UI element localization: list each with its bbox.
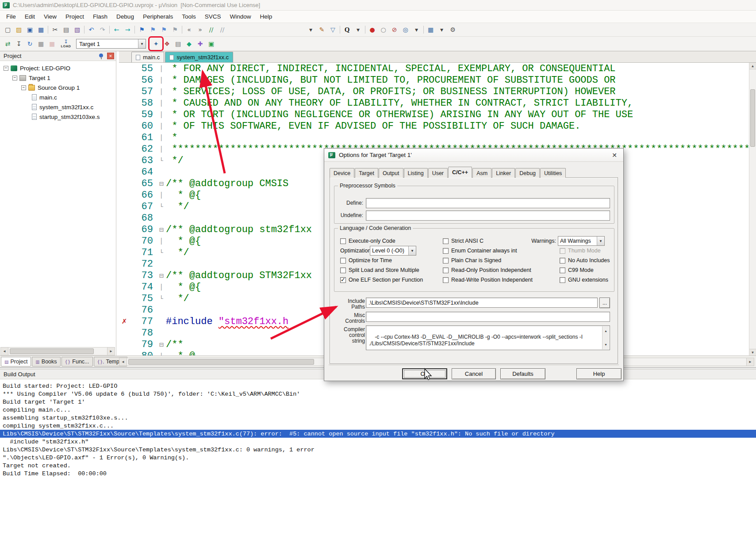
rebuild-all-icon[interactable]: ↻ bbox=[24, 38, 35, 49]
find-dropdown-arrow-icon[interactable]: ▾ bbox=[353, 24, 364, 35]
tab-listing[interactable]: Listing bbox=[404, 168, 428, 178]
annotate-icon[interactable]: ✎ bbox=[316, 24, 327, 35]
scrollbar-thumb[interactable] bbox=[10, 348, 94, 354]
file-main-c[interactable]: main.c bbox=[0, 92, 116, 102]
bookmark-clear-icon[interactable]: ⚑ bbox=[169, 24, 180, 35]
breakpoint-dropdown-arrow-icon[interactable]: ▾ bbox=[411, 24, 422, 35]
collapse-icon[interactable] bbox=[12, 76, 17, 80]
project-panel-hscrollbar[interactable]: ◄ ► bbox=[0, 347, 115, 355]
tab-user[interactable]: User bbox=[428, 168, 448, 178]
collapse-icon[interactable] bbox=[4, 66, 8, 71]
checkbox-one-elf-section[interactable]: One ELF Section per Function bbox=[340, 275, 441, 285]
nav-back-icon[interactable]: ← bbox=[111, 24, 122, 35]
tab-debug[interactable]: Debug bbox=[515, 168, 540, 178]
fold-marker-icon[interactable]: │ bbox=[157, 123, 166, 130]
build-output-line[interactable]: Libs\CMSIS\Device\ST\STM32F1xx\Source\Te… bbox=[0, 446, 756, 454]
paste-icon[interactable]: ▧ bbox=[72, 24, 83, 35]
comment-icon[interactable]: // bbox=[206, 24, 217, 35]
toolbar-icon[interactable] bbox=[84, 26, 84, 34]
compiler-string-scrollbar[interactable]: ▲▼ bbox=[602, 326, 609, 349]
translate-file-icon[interactable]: ⇄ bbox=[2, 38, 13, 49]
copy-icon[interactable]: ▤ bbox=[61, 24, 72, 35]
cut-icon[interactable]: ✂ bbox=[50, 24, 61, 35]
scroll-down-icon[interactable]: ▼ bbox=[604, 341, 607, 348]
books-window-icon[interactable]: ▤ bbox=[173, 38, 184, 49]
options-for-target-icon[interactable]: ✦ bbox=[150, 38, 161, 49]
fold-marker-icon[interactable]: │ bbox=[157, 111, 166, 118]
toolbar-icon[interactable] bbox=[423, 26, 424, 34]
tab-output[interactable]: Output bbox=[379, 168, 403, 178]
tab-linker[interactable]: Linker bbox=[492, 168, 515, 178]
stop-build-icon[interactable]: ■ bbox=[46, 38, 58, 49]
editor-tab-system-stm32f1xx-c[interactable]: system_stm32f1xx.c bbox=[165, 52, 233, 62]
menu-edit[interactable]: Edit bbox=[20, 11, 39, 22]
scrollbar-thumb[interactable] bbox=[128, 359, 314, 365]
checkbox-thumb-mode[interactable]: Thumb Mode bbox=[560, 246, 610, 256]
config-wrench-icon[interactable]: ⚙ bbox=[447, 24, 458, 35]
include-paths-input[interactable] bbox=[366, 298, 598, 308]
menu-file[interactable]: File bbox=[2, 11, 20, 22]
tree-source-group[interactable]: Source Group 1 bbox=[0, 83, 116, 92]
include-paths-browse-button[interactable]: ... bbox=[599, 298, 610, 308]
windows-icon[interactable]: ▦ bbox=[425, 24, 436, 35]
fold-marker-icon[interactable]: └ bbox=[157, 203, 166, 210]
fold-marker-icon[interactable]: ⊟ bbox=[157, 341, 166, 348]
tab-device[interactable]: Device bbox=[330, 168, 354, 178]
scroll-up-icon[interactable]: ▲ bbox=[604, 328, 607, 334]
fold-marker-icon[interactable]: │ bbox=[157, 88, 166, 95]
ok-button[interactable]: OK bbox=[402, 368, 447, 379]
window-layout-dropdown-icon[interactable]: ▾ bbox=[305, 24, 316, 35]
fold-marker-icon[interactable]: ⊟ bbox=[157, 272, 166, 279]
pin-icon[interactable] bbox=[98, 53, 104, 59]
help-button[interactable]: Help bbox=[576, 368, 622, 379]
find-in-files-icon[interactable]: Q bbox=[342, 24, 353, 35]
pack-installer-icon[interactable]: ▣ bbox=[206, 38, 217, 49]
file-startup-stm32f103xe-s[interactable]: startup_stm32f103xe.s bbox=[0, 112, 116, 122]
build-output-line[interactable]: ".\Objects\LED-GPIO.axf" - 1 Error(s), 0… bbox=[0, 454, 756, 462]
panel-tab-books[interactable]: ▥ Books bbox=[32, 357, 60, 367]
fold-marker-icon[interactable]: └ bbox=[157, 157, 166, 164]
indent-right-icon[interactable]: » bbox=[195, 24, 206, 35]
build-output-line[interactable]: Build started: Project: LED-GPIO bbox=[0, 382, 756, 390]
fold-marker-icon[interactable]: │ bbox=[157, 146, 166, 153]
checkbox-no-auto-includes[interactable]: No Auto Includes bbox=[560, 256, 610, 265]
fold-marker-icon[interactable]: └ bbox=[157, 295, 166, 302]
toolbar-icon[interactable] bbox=[182, 26, 182, 34]
panel-tab-functions[interactable]: {} Func... bbox=[61, 357, 93, 367]
fold-marker-icon[interactable]: │ bbox=[157, 192, 166, 199]
tab-c-cpp[interactable]: C/C++ bbox=[448, 167, 472, 178]
bookmark-next-icon[interactable]: ⚑ bbox=[158, 24, 169, 35]
menu-project[interactable]: Project bbox=[61, 11, 88, 22]
toolbar-icon[interactable] bbox=[109, 26, 110, 34]
build-output[interactable]: Build started: Project: LED-GPIO *** Usi… bbox=[0, 379, 756, 550]
fold-marker-icon[interactable]: │ bbox=[157, 77, 166, 84]
windows-dropdown-arrow-icon[interactable]: ▾ bbox=[436, 24, 447, 35]
batch-build-icon[interactable]: ▦ bbox=[35, 38, 46, 49]
save-all-icon[interactable]: ▦ bbox=[35, 24, 46, 35]
tab-utilities[interactable]: Utilities bbox=[540, 168, 566, 178]
fold-marker-icon[interactable]: │ bbox=[157, 284, 166, 290]
build-output-line[interactable]: compiling system_stm32f1xx.c... bbox=[0, 422, 756, 430]
menu-flash[interactable]: Flash bbox=[88, 11, 112, 22]
redo-icon[interactable]: ↷ bbox=[97, 24, 108, 35]
scrollbar-thumb[interactable] bbox=[750, 89, 755, 147]
menu-svcs[interactable]: SVCS bbox=[200, 11, 226, 22]
toolbar-icon[interactable] bbox=[340, 26, 340, 34]
checkbox-execute-only-code[interactable]: Execute-only Code bbox=[340, 236, 441, 246]
build-output-line[interactable]: Libs\CMSIS\Device\ST\STM32F1xx\Source\Te… bbox=[0, 430, 756, 438]
menu-debug[interactable]: Debug bbox=[112, 11, 138, 22]
nav-forward-icon[interactable]: → bbox=[122, 24, 133, 35]
editor-vscrollbar[interactable]: ▲ ▼ bbox=[749, 63, 756, 355]
tree-target[interactable]: Target 1 bbox=[0, 73, 116, 83]
breakpoint-icon[interactable]: ● bbox=[367, 24, 378, 35]
optimization-select[interactable]: Level 0 (-O0) bbox=[370, 246, 416, 256]
build-output-line[interactable]: assembling startup_stm32f103xe.s... bbox=[0, 414, 756, 422]
breakpoint-kill-icon[interactable]: ⊘ bbox=[389, 24, 400, 35]
breakpoint-window-icon[interactable]: ◎ bbox=[400, 24, 411, 35]
close-icon[interactable] bbox=[107, 53, 114, 59]
bookmark-prev-icon[interactable]: ⚑ bbox=[147, 24, 158, 35]
scroll-up-icon[interactable]: ▲ bbox=[749, 63, 756, 69]
download-load-button[interactable]: ↧ LOAD bbox=[58, 38, 73, 50]
select-packs-icon[interactable]: ✚ bbox=[195, 38, 206, 49]
menu-tools[interactable]: Tools bbox=[177, 11, 200, 22]
